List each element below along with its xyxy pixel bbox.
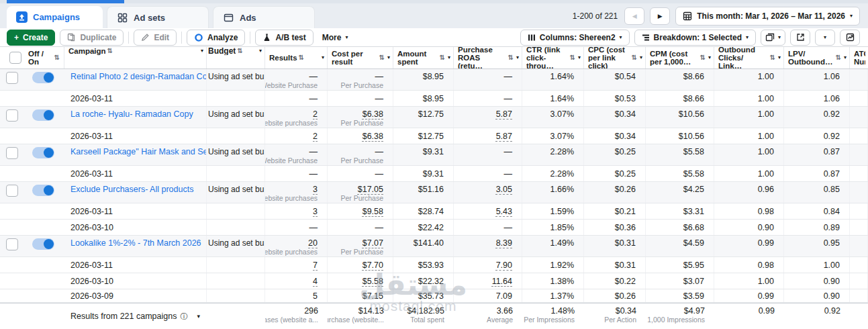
header-lpv-outbound[interactable]: LPV/ Outbound… ⇅ ▾ bbox=[784, 47, 850, 68]
filter-caret-icon[interactable]: ▾ bbox=[844, 54, 847, 62]
header-campaign[interactable]: Campaign ⇅ ▾ bbox=[64, 47, 207, 68]
campaign-toggle[interactable] bbox=[32, 238, 54, 250]
filter-caret-icon[interactable]: ▾ bbox=[578, 54, 581, 62]
header-results[interactable]: Results ⇅ ▾ bbox=[265, 47, 328, 68]
cost-value[interactable]: $6.38 bbox=[363, 109, 383, 119]
header-ctr[interactable]: CTR (link click-throu… ⇅ ▾ bbox=[522, 47, 584, 68]
sort-icon[interactable]: ⇅ bbox=[379, 54, 385, 62]
filter-caret-icon[interactable]: ▾ bbox=[387, 54, 390, 62]
cost-value[interactable]: $17.05 bbox=[358, 185, 383, 194]
results-value[interactable]: 3 bbox=[313, 185, 318, 194]
filter-caret-icon[interactable]: ▾ bbox=[516, 54, 519, 62]
cost-value[interactable]: $9.58 bbox=[363, 207, 383, 216]
campaign-name-link[interactable]: Retinal Photo 2 design-Ramadan Copy bbox=[70, 72, 207, 82]
sort-icon[interactable]: ⇅ bbox=[440, 54, 445, 62]
campaign-name-link[interactable]: Lookalike 1%-2% - 7th March 2026 bbox=[70, 238, 201, 248]
filter-caret-icon[interactable]: ▾ bbox=[708, 54, 711, 62]
campaign-toggle[interactable] bbox=[32, 147, 54, 158]
cell-cost: — bbox=[328, 220, 393, 235]
filter-caret-icon[interactable]: ▾ bbox=[778, 54, 781, 62]
results-value[interactable]: 2 bbox=[313, 132, 318, 141]
roas-value[interactable]: 5.87 bbox=[496, 109, 512, 119]
summary-expand-caret-icon[interactable]: ▾ bbox=[197, 313, 207, 320]
header-outbound-clicks[interactable]: Outbound Clicks/ Link… ⇅ ▾ bbox=[714, 47, 784, 68]
filter-caret-icon[interactable]: ▾ bbox=[201, 47, 203, 55]
cell-atc bbox=[850, 236, 868, 256]
sort-icon[interactable]: ⇅ bbox=[299, 54, 304, 62]
date-range-picker[interactable]: This month: Mar 1, 2026 – Mar 11, 2026 ▾ bbox=[675, 7, 860, 26]
cost-value[interactable]: $6.38 bbox=[363, 132, 383, 141]
date-label: 2026-03-11 bbox=[70, 207, 113, 216]
more-button[interactable]: More ▾ bbox=[318, 30, 352, 46]
roas-value[interactable]: 3.05 bbox=[496, 185, 512, 194]
filter-caret-icon[interactable]: ▾ bbox=[640, 54, 642, 62]
roas-value[interactable]: 11.64 bbox=[492, 277, 512, 286]
filter-caret-icon[interactable]: ▾ bbox=[322, 54, 324, 62]
sort-icon[interactable]: ⇅ bbox=[237, 47, 242, 55]
results-value[interactable]: 4 bbox=[313, 277, 318, 286]
campaign-toggle[interactable] bbox=[32, 185, 54, 196]
row-checkbox[interactable] bbox=[6, 147, 18, 159]
header-cpm[interactable]: CPM (cost per 1,000… ⇅ ▾ bbox=[646, 47, 714, 68]
campaign-toggle[interactable] bbox=[32, 109, 54, 121]
analyze-button[interactable]: Analyze bbox=[187, 30, 245, 46]
export-options-button[interactable]: ▾ bbox=[815, 30, 835, 46]
cell-outbound: 0.90 bbox=[714, 220, 784, 235]
sort-icon[interactable]: ⇅ bbox=[836, 54, 841, 62]
reports-button[interactable]: ▾ bbox=[761, 30, 785, 46]
sort-icon[interactable]: ⇅ bbox=[508, 54, 514, 62]
header-atc[interactable]: ATC Nur… bbox=[850, 47, 868, 68]
sort-icon[interactable]: ⇅ bbox=[700, 54, 706, 62]
edit-button[interactable]: Edit bbox=[134, 30, 177, 46]
select-all-checkbox[interactable] bbox=[9, 52, 21, 64]
row-checkbox[interactable] bbox=[6, 185, 18, 197]
results-value[interactable]: 7 bbox=[313, 261, 318, 270]
next-page-button[interactable]: ▶ bbox=[650, 7, 670, 25]
header-amount-spent[interactable]: Amount spent ⇅ ▾ bbox=[393, 47, 454, 68]
roas-value[interactable]: 8.39 bbox=[496, 238, 512, 248]
row-checkbox[interactable] bbox=[6, 72, 18, 84]
row-checkbox[interactable] bbox=[6, 238, 18, 250]
ab-test-button[interactable]: A/B test bbox=[255, 30, 313, 46]
roas-value[interactable]: 5.87 bbox=[496, 132, 512, 141]
filter-caret-icon[interactable]: ▾ bbox=[259, 47, 262, 55]
results-value[interactable]: 20 bbox=[308, 238, 318, 248]
campaign-name-link[interactable]: Karseell Package" Hair Mask and Serum"/ … bbox=[70, 147, 207, 157]
create-button[interactable]: + Create bbox=[7, 30, 55, 46]
prev-page-button[interactable]: ◀ bbox=[624, 7, 644, 25]
roas-value[interactable]: 7.90 bbox=[496, 261, 512, 270]
sort-icon[interactable]: ⇅ bbox=[570, 54, 575, 62]
duplicate-button[interactable]: Duplicate bbox=[60, 30, 124, 46]
export-button[interactable] bbox=[790, 30, 810, 46]
charts-button[interactable] bbox=[840, 30, 860, 46]
campaign-name-link[interactable]: Exclude Purchasers- All products bbox=[70, 185, 193, 195]
tab-ads[interactable]: Ads bbox=[213, 6, 315, 28]
breakdown-button[interactable]: Breakdown: 1 Selected ▾ bbox=[634, 30, 756, 46]
info-icon[interactable]: ⓘ bbox=[180, 312, 187, 322]
tab-campaigns[interactable]: Campaigns bbox=[7, 6, 103, 28]
ctr-value: 1.92% bbox=[550, 261, 574, 270]
roas-value[interactable]: 5.43 bbox=[496, 207, 512, 216]
header-budget[interactable]: Budget ⇅ ▾ bbox=[207, 47, 265, 68]
header-purchase-roas[interactable]: Purchase ROAS (retu… ⇅ ▾ bbox=[454, 47, 522, 68]
create-label: Create bbox=[23, 33, 48, 42]
header-cost-per-result[interactable]: Cost per result ⇅ ▾ bbox=[328, 47, 393, 68]
sort-icon[interactable]: ⇅ bbox=[632, 54, 637, 62]
sort-icon[interactable]: ⇅ bbox=[107, 47, 113, 55]
results-value[interactable]: 2 bbox=[313, 109, 318, 119]
campaign-toggle[interactable] bbox=[32, 72, 54, 83]
cost-value[interactable]: $5.58 bbox=[363, 277, 383, 286]
row-checkbox[interactable] bbox=[6, 109, 18, 122]
header-off-on[interactable]: Off / On ⇅ bbox=[24, 47, 64, 68]
cost-value[interactable]: $7.70 bbox=[363, 261, 383, 270]
cell-outbound: 0.96 bbox=[714, 182, 784, 203]
sort-icon[interactable]: ⇅ bbox=[54, 54, 60, 62]
campaign-name-link[interactable]: La roche- Hyalu- Ramadan Copy bbox=[70, 109, 193, 120]
header-cpc[interactable]: CPC (cost per link click) ⇅ ▾ bbox=[584, 47, 646, 68]
columns-button[interactable]: Columns: Shereen2 ▾ bbox=[520, 30, 630, 46]
filter-caret-icon[interactable]: ▾ bbox=[448, 54, 450, 62]
results-value[interactable]: 3 bbox=[313, 207, 318, 216]
cost-value[interactable]: $7.07 bbox=[363, 238, 383, 248]
tab-ad-sets[interactable]: Ad sets bbox=[107, 6, 209, 28]
sort-icon[interactable]: ⇅ bbox=[770, 54, 775, 62]
